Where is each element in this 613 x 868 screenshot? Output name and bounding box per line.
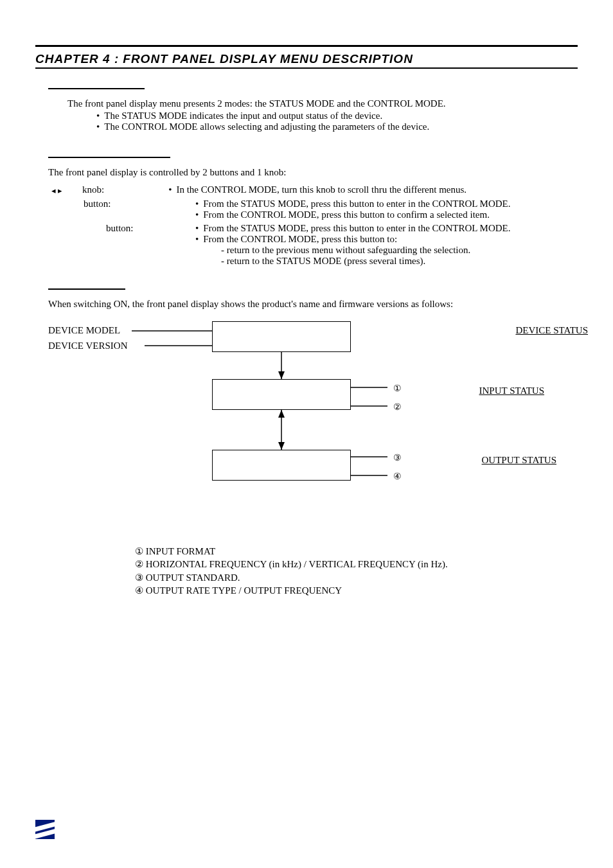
- circled-1-icon: ①: [135, 546, 143, 556]
- button1-line2: From the CONTROL MODE, press this button…: [203, 209, 490, 220]
- diagram: DEVICE MODEL DEVICE VERSION DEVICE STATU…: [48, 321, 588, 527]
- knob-body: •In the CONTROL MODE, turn this knob to …: [168, 184, 578, 195]
- circled-1-icon: ①: [393, 383, 402, 394]
- button2-sub1: - return to the previous menu without sa…: [221, 245, 578, 256]
- bullet-icon: •: [96, 111, 100, 121]
- svg-marker-5: [278, 371, 285, 379]
- diagram-box-input: [212, 379, 351, 410]
- knob-label: knob:: [82, 184, 104, 195]
- control-knob-row: ◂ ▸ knob: •In the CONTROL MODE, turn thi…: [51, 184, 578, 196]
- control-button2-row: button: •From the STATUS MODE, press thi…: [51, 223, 578, 267]
- legend-row-3: ③ OUTPUT STANDARD.: [135, 571, 578, 584]
- chapter-header: Chapter 4 : FRONT PANEL DISPLAY MENU DES…: [35, 52, 578, 66]
- circled-4-icon: ④: [393, 471, 402, 482]
- intro-bullet-2: • The CONTROL MODE allows selecting and …: [96, 121, 578, 132]
- label-output-status: OUTPUT STATUS: [482, 455, 556, 466]
- section-divider-controls: [48, 157, 170, 158]
- legend-row-1: ① INPUT FORMAT: [135, 545, 578, 558]
- knob-desc: In the CONTROL MODE, turn this knob to s…: [176, 184, 466, 195]
- legend-text-1: INPUT FORMAT: [143, 546, 215, 556]
- diagram-svg: [48, 321, 588, 527]
- intro-bullet-2-text: The CONTROL MODE allows selecting and ad…: [104, 121, 429, 132]
- legend-text-4: OUTPUT RATE TYPE / OUTPUT FREQUENCY: [143, 585, 342, 596]
- circled-3-icon: ③: [393, 452, 402, 463]
- legend: ① INPUT FORMAT ② HORIZONTAL FREQUENCY (i…: [135, 545, 578, 597]
- label-input-status: INPUT STATUS: [479, 385, 544, 396]
- status-block: When switching ON, the front panel displ…: [35, 299, 578, 597]
- section-divider-status: [48, 288, 125, 290]
- bullet-icon: •: [195, 234, 199, 245]
- bullet-icon: •: [195, 199, 199, 209]
- legend-text-3: OUTPUT STANDARD.: [143, 572, 240, 583]
- bullet-icon: •: [195, 209, 199, 220]
- svg-marker-7: [278, 410, 285, 418]
- button1-label: button:: [84, 199, 141, 209]
- chapter-title: FRONT PANEL DISPLAY MENU DESCRIPTION: [123, 52, 413, 66]
- svg-marker-8: [278, 442, 285, 450]
- bullet-icon: •: [195, 223, 199, 234]
- left-right-icon: ◂ ▸: [51, 184, 82, 196]
- button2-label: button:: [106, 223, 164, 234]
- section-divider-intro: [48, 88, 145, 89]
- intro-bullet-1: • The STATUS MODE indicates the input an…: [96, 111, 578, 121]
- header-underline: [35, 67, 578, 69]
- button2-sub2: - return to the STATUS MODE (press sever…: [221, 256, 578, 267]
- label-device-status: DEVICE STATUS: [515, 325, 588, 336]
- diagram-box-device: [212, 321, 351, 352]
- status-intro: When switching ON, the front panel displ…: [48, 299, 578, 310]
- button2-body: •From the STATUS MODE, press this button…: [195, 223, 578, 267]
- circled-3-icon: ③: [135, 572, 143, 583]
- label-device-model: DEVICE MODEL: [48, 325, 120, 336]
- intro-bullet-1-text: The STATUS MODE indicates the input and …: [104, 111, 382, 121]
- bullet-icon: •: [168, 184, 172, 195]
- button1-body: •From the STATUS MODE, press this button…: [195, 199, 578, 220]
- legend-text-2: HORIZONTAL FREQUENCY (in kHz) / VERTICAL…: [143, 559, 448, 569]
- bullet-icon: •: [96, 121, 100, 132]
- circled-2-icon: ②: [393, 402, 402, 412]
- label-device-version: DEVICE VERSION: [48, 341, 127, 351]
- button2-line1: From the STATUS MODE, press this button …: [203, 223, 510, 234]
- intro-block: The front panel display menu presents 2 …: [35, 98, 578, 132]
- control-button1-row: button: •From the STATUS MODE, press thi…: [51, 199, 578, 220]
- legend-row-2: ② HORIZONTAL FREQUENCY (in kHz) / VERTIC…: [135, 558, 578, 571]
- legend-row-4: ④ OUTPUT RATE TYPE / OUTPUT FREQUENCY: [135, 584, 578, 597]
- button1-line1: From the STATUS MODE, press this button …: [203, 199, 510, 209]
- intro-text: The front panel display menu presents 2 …: [67, 98, 578, 109]
- chapter-number: Chapter 4 :: [35, 52, 119, 66]
- controls-intro: The front panel display is controlled by…: [48, 167, 578, 178]
- diagram-box-output: [212, 450, 351, 481]
- circled-4-icon: ④: [135, 585, 143, 596]
- footer-logo-icon: [35, 820, 55, 839]
- top-rule: [35, 45, 578, 47]
- controls-block: The front panel display is controlled by…: [35, 167, 578, 267]
- circled-2-icon: ②: [135, 559, 143, 569]
- button2-line2: From the CONTROL MODE, press this button…: [203, 234, 397, 245]
